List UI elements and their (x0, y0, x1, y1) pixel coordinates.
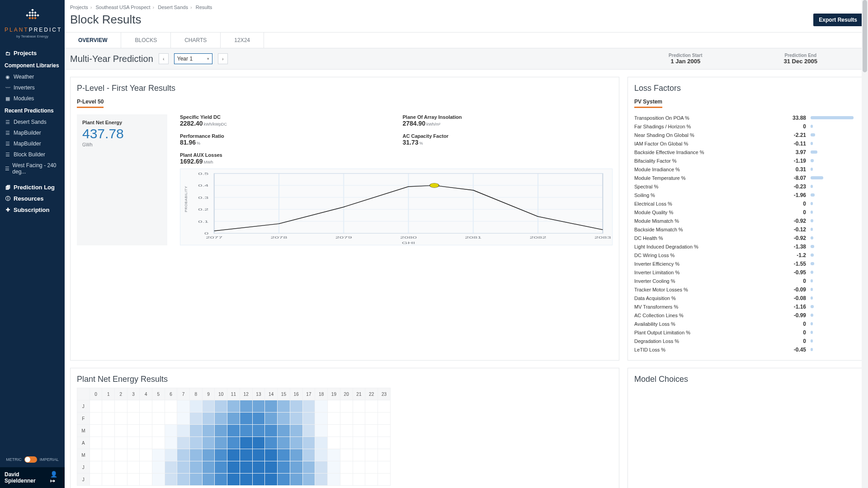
loss-row: Tracker Motor Losses %-0.09 (634, 285, 856, 294)
loss-row: Spectral %-0.23 (634, 182, 856, 191)
breadcrumb-item[interactable]: Results (196, 5, 212, 10)
sidebar-item-recent-3[interactable]: ☰Block Builder (0, 149, 65, 160)
loss-row: Transposition On POA %33.88 (634, 113, 856, 122)
loss-factors-card: Loss Factors PV System Transposition On … (627, 77, 863, 361)
sidebar-item-label: Weather (14, 74, 34, 80)
breadcrumb: Projects› Southeast USA Prospect› Desert… (65, 0, 868, 10)
sidebar-item-modules[interactable]: ▦Modules (0, 93, 65, 104)
model-choices-card: Model Choices (627, 368, 863, 488)
scrollbar-track[interactable] (862, 0, 868, 488)
breadcrumb-item[interactable]: Projects (70, 5, 88, 10)
sidebar-item-prediction-log[interactable]: 🗐Prediction Log (0, 182, 65, 193)
sidebar-item-projects[interactable]: 🗀Projects (0, 45, 65, 59)
loss-row: Module Quality %0 (634, 208, 856, 216)
plevel-card: P-Level - First Year Results P-Level 50 … (70, 77, 619, 361)
model-choices-title: Model Choices (634, 375, 856, 384)
probability-chart: PROBABILITY 00.10.20.30.40.5207720782079… (180, 169, 613, 245)
loss-row: Inverter Limitation %-0.95 (634, 268, 856, 277)
loss-row: Plant Output Limitation %0 (634, 328, 856, 337)
sidebar-item-label: West Facing - 240 deg... (12, 162, 60, 175)
svg-text:0: 0 (204, 231, 208, 235)
sidebar: PLANTPREDICT by Terabase Energy 🗀Project… (0, 0, 65, 488)
svg-text:2080: 2080 (400, 235, 417, 239)
sidebar-item-label: Resources (14, 195, 43, 202)
metric-specific-yield: Specific Yield DC2282.40kWh/kWpDC (180, 114, 390, 127)
tab-overview[interactable]: OVERVIEW (65, 33, 121, 48)
sidebar-item-recent-0[interactable]: ☰Desert Sands (0, 117, 65, 127)
list-icon: ☰ (5, 130, 11, 136)
sidebar-item-inverters[interactable]: 〰Inverters (0, 82, 65, 93)
svg-text:0.2: 0.2 (198, 207, 208, 211)
sidebar-heading-recent: Recent Predictions (0, 104, 65, 117)
tab-12x24[interactable]: 12X24 (221, 33, 264, 48)
loss-row: Backside Effective Irradiance %3.97 (634, 148, 856, 156)
list-icon: ☰ (5, 141, 11, 147)
net-energy-unit: GWh (82, 142, 162, 147)
sidebar-item-subscription[interactable]: ✚Subscription (0, 204, 65, 216)
loss-row: IAM Factor On Global %-0.11 (634, 139, 856, 148)
export-results-button[interactable]: Export Results (813, 14, 863, 26)
metric-performance-ratio: Performance Ratio81.96% (180, 133, 390, 146)
loss-tab[interactable]: PV System (634, 97, 662, 108)
year-select[interactable]: Year 1▾ (174, 53, 212, 64)
plevel-tab[interactable]: P-Level 50 (77, 97, 104, 108)
pred-start-label: Prediction Start (669, 53, 702, 58)
scrollbar-thumb[interactable] (863, 0, 867, 72)
diamond-grid-icon (5, 9, 60, 23)
sidebar-item-resources[interactable]: ⓘResources (0, 193, 65, 204)
sidebar-item-recent-4[interactable]: ☰West Facing - 240 deg... (0, 160, 65, 177)
loss-row: AC Collection Lines %-0.99 (634, 311, 856, 319)
svg-text:GHI: GHI (402, 241, 415, 245)
main: Projects› Southeast USA Prospect› Desert… (65, 0, 868, 488)
svg-rect-3 (34, 11, 37, 14)
breadcrumb-item[interactable]: Desert Sands (158, 5, 188, 10)
svg-rect-2 (31, 11, 34, 14)
metric-poa-insolation: Plane Of Array Insolation2784.90kWh/m² (403, 114, 613, 127)
svg-rect-6 (31, 14, 34, 17)
plus-icon: ✚ (5, 207, 11, 213)
sidebar-item-label: Block Builder (14, 151, 45, 158)
svg-text:2081: 2081 (465, 235, 481, 239)
unit-imperial-label: IMPERIAL (40, 457, 59, 462)
svg-text:0.5: 0.5 (198, 172, 208, 176)
svg-text:2077: 2077 (206, 235, 222, 239)
breadcrumb-item[interactable]: Southeast USA Prospect (95, 5, 150, 10)
sidebar-item-weather[interactable]: ◉Weather (0, 71, 65, 82)
unit-metric-label: METRIC (6, 457, 22, 462)
tabs: OVERVIEW BLOCKS CHARTS 12X24 (65, 33, 868, 48)
tab-blocks[interactable]: BLOCKS (121, 33, 171, 48)
svg-rect-11 (34, 17, 37, 19)
year-next-button[interactable]: › (218, 53, 228, 64)
net-energy-heatmap-card: Plant Net Energy Results 012345678910111… (70, 368, 619, 488)
loss-row: DC Health %-0.92 (634, 234, 856, 242)
list-icon: ☰ (5, 166, 9, 172)
loss-row: Availability Loss %0 (634, 319, 856, 328)
toggle-switch[interactable] (24, 456, 37, 463)
loss-row: Module Temperature %-8.07 (634, 174, 856, 182)
user-logout-icon[interactable]: 👤↦ (50, 471, 60, 484)
sidebar-item-label: Projects (14, 50, 37, 56)
year-prev-button[interactable]: ‹ (159, 53, 169, 64)
sidebar-item-label: MapBuilder (14, 130, 41, 136)
loss-row: Degradation Loss %0 (634, 337, 856, 345)
chart-ylabel: PROBABILITY (184, 186, 188, 212)
sidebar-item-label: Prediction Log (14, 184, 55, 191)
svg-text:2079: 2079 (335, 235, 352, 239)
brand-name-r: PREDICT (29, 27, 62, 33)
pred-start-value: 1 Jan 2005 (670, 58, 700, 65)
sidebar-heading-components: Component Libraries (0, 59, 65, 71)
loss-row: Module Mismatch %-0.92 (634, 216, 856, 225)
sidebar-item-label: MapBuilder (14, 141, 41, 147)
tab-charts[interactable]: CHARTS (171, 33, 221, 48)
sidebar-item-recent-2[interactable]: ☰MapBuilder (0, 138, 65, 149)
year-select-value: Year 1 (177, 56, 193, 62)
sidebar-item-recent-1[interactable]: ☰MapBuilder (0, 127, 65, 138)
brand-logo: PLANTPREDICT by Terabase Energy (0, 0, 65, 45)
pred-end-label: Prediction End (784, 53, 816, 58)
loss-title: Loss Factors (634, 84, 856, 93)
svg-rect-4 (26, 14, 28, 17)
unit-toggle[interactable]: METRIC IMPERIAL (0, 452, 65, 467)
brand-subtitle: by Terabase Energy (5, 34, 60, 38)
loss-row: Bifaciality Factor %-1.19 (634, 156, 856, 165)
svg-rect-8 (37, 14, 39, 17)
